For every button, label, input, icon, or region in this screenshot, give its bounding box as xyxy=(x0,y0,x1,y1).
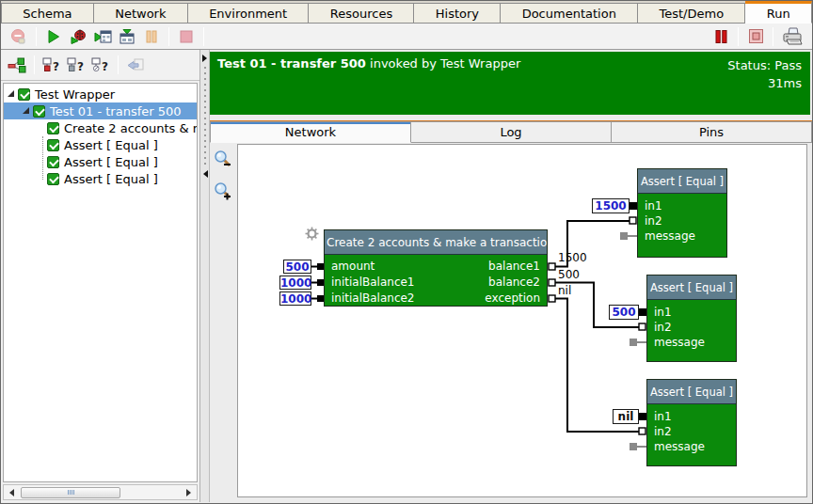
query-failed-gray-button[interactable]: ? xyxy=(64,54,88,76)
input-pin-label: initialBalance2 xyxy=(331,291,415,307)
value-box-assert3-in1[interactable]: nil xyxy=(613,409,639,424)
port-assert2-message[interactable] xyxy=(630,339,637,346)
tree-horizontal-scrollbar[interactable] xyxy=(3,484,198,500)
toolbar-separator xyxy=(738,27,739,46)
node-assert-1[interactable]: Assert [ Equal ] in1 in2 message xyxy=(637,168,727,258)
status-right: Status: Pass 31ms xyxy=(727,56,802,92)
checkbox-icon[interactable] xyxy=(47,139,59,151)
navigate-back-button[interactable] xyxy=(123,54,148,76)
node-title: Create 2 accounts & make a transaction xyxy=(325,230,547,255)
tree-item-test-01[interactable]: Test 01 - transfer 500 xyxy=(4,102,197,119)
tree-item-assert-1[interactable]: Assert [ Equal ] xyxy=(4,136,197,153)
pause-button-disabled[interactable] xyxy=(139,25,164,48)
tab-environment[interactable]: Environment xyxy=(188,3,310,24)
node-assert-2[interactable]: Assert [ Equal ] in1 in2 message xyxy=(646,275,737,362)
tree-item-create-accounts[interactable]: Create 2 accounts & m xyxy=(4,119,197,136)
input-pin-label: amount xyxy=(331,259,375,275)
network-nodes-button[interactable] xyxy=(5,54,29,76)
stop-button-disabled[interactable] xyxy=(174,25,199,48)
port-assert1-in1[interactable] xyxy=(630,202,637,210)
expander-icon[interactable] xyxy=(23,107,29,114)
network-canvas[interactable]: Create 2 accounts & make a transaction a… xyxy=(237,144,807,497)
collapse-left-icon[interactable] xyxy=(203,170,208,178)
port-assert2-in2[interactable] xyxy=(639,323,646,330)
print-button[interactable] xyxy=(778,25,806,48)
tree-item-assert-2[interactable]: Assert [ Equal ] xyxy=(4,153,197,170)
query-failed-red-button[interactable]: ? xyxy=(40,54,64,76)
toolbar-separator xyxy=(203,27,204,46)
port-assert1-message[interactable] xyxy=(620,232,628,240)
value-box-initialBalance2[interactable]: 1000 xyxy=(279,291,311,306)
tree-item-test-wrapper[interactable]: Test Wrapper xyxy=(4,86,197,102)
pause-updates-icon xyxy=(714,29,728,44)
zoom-out-icon xyxy=(213,149,233,169)
tree-item-assert-3[interactable]: Assert [ Equal ] xyxy=(4,170,197,187)
panel-splitter[interactable] xyxy=(200,50,210,502)
gear-icon[interactable] xyxy=(305,227,319,241)
clear-results-button[interactable] xyxy=(7,25,31,48)
port-assert1-in2[interactable] xyxy=(630,217,636,224)
checkbox-icon[interactable] xyxy=(47,173,59,185)
stop-disabled-icon xyxy=(179,29,194,44)
run-network-button[interactable] xyxy=(90,25,115,48)
tab-resources[interactable]: Resources xyxy=(309,3,414,24)
port-initialBalance1[interactable] xyxy=(317,279,324,286)
node-body: in1 in2 message xyxy=(638,194,726,244)
checkbox-icon[interactable] xyxy=(47,122,59,134)
port-exception[interactable] xyxy=(549,295,555,302)
elapsed-time: 31ms xyxy=(727,74,802,92)
port-balance2[interactable] xyxy=(549,279,555,286)
value-box-assert2-in1[interactable]: 500 xyxy=(609,305,639,320)
port-assert3-message[interactable] xyxy=(630,443,637,450)
query-failed-gray-icon: ? xyxy=(67,57,86,73)
port-balance1[interactable] xyxy=(549,263,555,270)
tab-history[interactable]: History xyxy=(414,3,501,24)
load-network-button[interactable] xyxy=(115,25,139,48)
tab-run[interactable]: Run xyxy=(745,1,812,24)
port-initialBalance2[interactable] xyxy=(317,295,324,302)
tab-result-pins[interactable]: Pins xyxy=(612,121,812,143)
scroll-right-button[interactable] xyxy=(182,486,196,498)
grip-dot xyxy=(68,490,69,495)
node-create-accounts[interactable]: Create 2 accounts & make a transaction a… xyxy=(324,229,548,307)
checkbox-icon[interactable] xyxy=(18,88,30,101)
tab-documentation[interactable]: Documentation xyxy=(501,3,638,24)
port-amount[interactable] xyxy=(317,263,324,270)
value-box-initialBalance1[interactable]: 1000 xyxy=(279,276,311,290)
debug-button[interactable] xyxy=(66,25,90,48)
run-network-icon xyxy=(94,29,112,44)
tab-result-network[interactable]: Network xyxy=(210,121,411,143)
value-box-assert1-in1[interactable]: 1500 xyxy=(592,198,630,213)
collapse-right-icon[interactable] xyxy=(202,55,207,62)
tab-schema[interactable]: Schema xyxy=(1,3,94,24)
node-title: Assert [ Equal ] xyxy=(638,169,726,194)
port-assert3-in1[interactable] xyxy=(639,413,646,420)
expander-icon[interactable] xyxy=(8,90,14,97)
printer-icon xyxy=(781,27,804,46)
stop-updates-button[interactable] xyxy=(743,25,768,48)
svg-text:?: ? xyxy=(53,60,59,73)
tree-item-label: Test 01 - transfer 500 xyxy=(50,104,182,118)
port-assert3-in2[interactable] xyxy=(639,428,646,434)
result-tabbar: Network Log Pins xyxy=(210,120,812,143)
zoom-out-button[interactable] xyxy=(212,147,234,171)
checkbox-icon[interactable] xyxy=(33,105,45,118)
query-skipped-button[interactable]: ? xyxy=(88,54,113,76)
arrow-left-icon xyxy=(9,489,14,496)
scrollbar-thumb[interactable] xyxy=(21,487,120,498)
node-row: initialBalance1 balance2 xyxy=(325,275,547,291)
node-assert-3[interactable]: Assert [ Equal ] in1 in2 message xyxy=(646,379,737,466)
checkbox-icon[interactable] xyxy=(47,156,59,168)
zoom-in-button[interactable] xyxy=(212,179,234,203)
tab-network[interactable]: Network xyxy=(94,3,188,24)
pause-updates-button[interactable] xyxy=(709,25,733,48)
port-assert2-in1[interactable] xyxy=(639,308,646,316)
main-toolbar xyxy=(1,24,812,50)
run-button[interactable] xyxy=(41,25,66,48)
node-body: amount balance1 initialBalance1 balance2… xyxy=(325,255,547,307)
tab-test-demo[interactable]: Test/Demo xyxy=(638,3,745,24)
scroll-left-button[interactable] xyxy=(5,486,19,498)
debug-ladybug-icon xyxy=(71,28,87,44)
value-box-amount[interactable]: 500 xyxy=(283,260,311,274)
tab-result-log[interactable]: Log xyxy=(411,121,612,143)
